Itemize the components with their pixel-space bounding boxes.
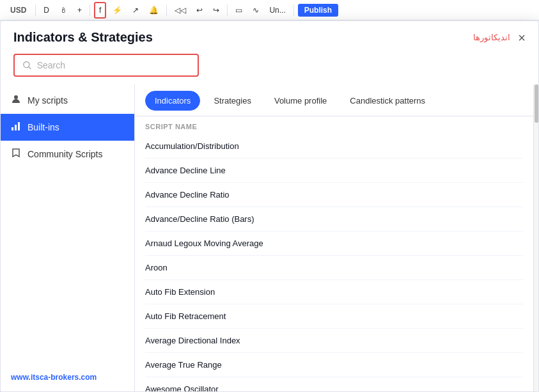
sidebar: My scripts Built-ins (1, 84, 135, 391)
ticker-label: USD (5, 6, 31, 15)
tab-candlestick[interactable]: Candlestick patterns (340, 91, 435, 111)
sidebar-item-community[interactable]: Community Scripts (1, 141, 134, 168)
toolbar-rewind[interactable]: ◁◁ (171, 3, 190, 17)
list-item[interactable]: Accumulation/Distribution (145, 134, 523, 159)
script-list: SCRIPT NAME Accumulation/DistributionAdv… (135, 116, 533, 391)
list-item[interactable]: Average Directional Index (145, 329, 523, 353)
person-icon (11, 94, 21, 107)
list-item[interactable]: Awesome Oscillator (145, 377, 523, 391)
list-item[interactable]: Advance Decline Ratio (145, 183, 523, 207)
toolbar-chart-type[interactable]: 🕯 (56, 3, 71, 17)
toolbar-separator3 (166, 4, 167, 16)
sidebar-label-built-ins: Built-ins (27, 122, 59, 132)
search-container (1, 51, 538, 84)
indicators-modal: Indicators & Strategies اندیکاتور‌ها × (0, 20, 539, 392)
toolbar-layout[interactable]: ▭ (231, 3, 246, 17)
sidebar-item-my-scripts[interactable]: My scripts (1, 87, 134, 114)
modal-subtitle: اندیکاتور‌ها (473, 33, 510, 42)
toolbar-separator4 (227, 4, 228, 16)
toolbar-add[interactable]: + (74, 3, 86, 17)
scrollbar-thumb[interactable] (535, 84, 538, 123)
list-item[interactable]: Advance/Decline Ratio (Bars) (145, 207, 523, 231)
modal-close-button[interactable]: × (518, 31, 526, 44)
list-item[interactable]: Average True Range (145, 353, 523, 377)
tab-bar: Indicators Strategies Volume profile Can… (135, 84, 533, 116)
tab-indicators[interactable]: Indicators (145, 91, 200, 111)
list-item[interactable]: Advance Decline Line (145, 159, 523, 183)
script-list-header: SCRIPT NAME (145, 116, 523, 134)
list-item[interactable]: Aroon (145, 256, 523, 280)
modal-title: Indicators & Strategies (13, 30, 465, 45)
toolbar-replay[interactable]: ↗ (129, 3, 143, 17)
toolbar-separator (35, 4, 36, 16)
toolbar-separator5 (293, 4, 294, 16)
sidebar-label-my-scripts: My scripts (27, 95, 68, 106)
sidebar-item-built-ins[interactable]: Built-ins (1, 114, 134, 141)
toolbar-wave[interactable]: ∿ (249, 3, 263, 17)
toolbar-separator2 (90, 4, 90, 16)
list-item[interactable]: Auto Fib Extension (145, 280, 523, 304)
chart-icon (11, 121, 21, 134)
tab-strategies[interactable]: Strategies (204, 91, 261, 111)
svg-rect-5 (18, 122, 20, 130)
sidebar-label-community: Community Scripts (27, 149, 102, 159)
toolbar-redo[interactable]: ↪ (209, 3, 223, 17)
list-item[interactable]: Auto Fib Retracement (145, 304, 523, 329)
toolbar-unpin[interactable]: Un... (265, 3, 289, 17)
svg-point-2 (14, 95, 18, 99)
toolbar-indicators[interactable]: f (94, 2, 106, 19)
toolbar-undo[interactable]: ↩ (192, 3, 207, 17)
toolbar-alert2[interactable]: 🔔 (145, 3, 162, 17)
sidebar-footer: www.itsca-brokers.com (1, 365, 134, 389)
search-box (13, 54, 199, 77)
modal-header: Indicators & Strategies اندیکاتور‌ها × (1, 21, 538, 51)
svg-rect-4 (15, 125, 17, 130)
modal-scrollbar[interactable] (533, 84, 538, 391)
search-input[interactable] (37, 60, 190, 70)
footer-link[interactable]: www.itsca-brokers.com (11, 373, 97, 382)
publish-button[interactable]: Publish (298, 4, 338, 17)
svg-rect-3 (12, 127, 13, 130)
list-item[interactable]: Arnaud Legoux Moving Average (145, 231, 523, 256)
bookmark-icon (11, 148, 21, 161)
toolbar: USD D 🕯 + f ⚡ ↗ 🔔 ◁◁ ↩ ↪ ▭ ∿ Un... Publi… (0, 0, 539, 20)
svg-line-1 (29, 67, 31, 68)
toolbar-timeframe[interactable]: D (40, 3, 53, 17)
toolbar-alerts[interactable]: ⚡ (109, 3, 126, 17)
main-content: Indicators Strategies Volume profile Can… (135, 84, 533, 391)
tab-volume-profile[interactable]: Volume profile (265, 91, 336, 111)
search-icon (22, 60, 32, 70)
modal-body: My scripts Built-ins (1, 84, 538, 391)
